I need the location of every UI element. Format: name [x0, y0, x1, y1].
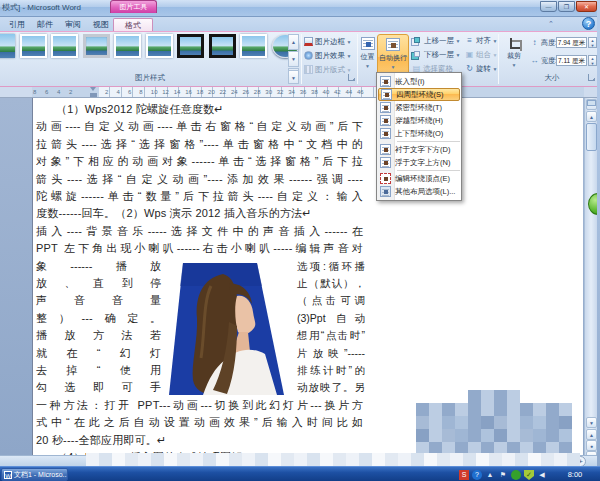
mosaic-tile: [567, 453, 580, 466]
wrap-menu-item-7[interactable]: 浮于文字上方(N): [378, 156, 460, 169]
tray-flag-icon[interactable]: ⚑: [498, 470, 508, 480]
doc-line-left: 就在“幻灯: [36, 347, 161, 360]
button-picture-effects[interactable]: 图片效果 ▼: [304, 49, 356, 62]
tray-s-icon[interactable]: S: [459, 470, 469, 480]
mosaic-tile: [455, 416, 468, 429]
scroll-down-icon[interactable]: ▼: [586, 417, 597, 428]
wrap-style-icon: [380, 173, 391, 184]
bring-forward-icon: [414, 37, 420, 43]
mini-button-4[interactable]: ≡对齐 ▼: [465, 35, 497, 47]
wrap-menu-item-1[interactable]: 嵌入型(I): [378, 75, 460, 88]
wrap-style-icon: [380, 144, 391, 155]
height-field[interactable]: 7.94 厘米: [556, 37, 587, 48]
mosaic-tile: [138, 453, 151, 466]
width-stepper[interactable]: ▲▼: [588, 55, 597, 66]
ruler-number: 16: [185, 88, 192, 97]
picture-style-thumbnail[interactable]: [114, 34, 141, 58]
tray-shield-icon[interactable]: ✓: [524, 470, 534, 480]
collapse-caret-icon[interactable]: ⌃: [545, 18, 557, 29]
picture-style-thumbnail[interactable]: [177, 34, 204, 58]
tab-2[interactable]: 邮件: [32, 18, 58, 31]
doc-line-left: 勾选即可手: [36, 381, 161, 394]
wrap-menu-item-3[interactable]: 紧密型环绕(T): [378, 101, 460, 114]
ruler-number: 32: [277, 88, 284, 97]
mosaic-tile: [242, 453, 255, 466]
mosaic-tile: [481, 429, 494, 442]
close-button[interactable]: ✕: [576, 1, 597, 12]
mosaic-tile: [520, 429, 533, 442]
wrap-menu-item-6[interactable]: 衬于文字下方(D): [378, 143, 460, 156]
mosaic-tile: [546, 416, 559, 429]
button-picture-border[interactable]: 图片边框 ▼: [304, 35, 356, 48]
tray-chevron-icon[interactable]: ▲: [485, 470, 495, 480]
wrap-menu-item-2[interactable]: 四周型环绕(S): [378, 88, 460, 101]
size-dialog-launcher[interactable]: [588, 74, 595, 81]
tray-green-dot-icon[interactable]: [511, 470, 521, 480]
tray-help-icon[interactable]: ?: [472, 470, 482, 480]
mini-button-2[interactable]: 下移一层 ▼: [412, 49, 460, 61]
picture-style-thumbnail[interactable]: [209, 34, 236, 58]
help-icon[interactable]: ?: [582, 17, 595, 30]
height-stepper[interactable]: ▲▼: [588, 37, 597, 48]
width-field[interactable]: 7.11 厘米: [556, 55, 587, 66]
wrap-menu-item-9[interactable]: 其他布局选项(L)...: [378, 185, 460, 198]
scrollbar-thumb[interactable]: [586, 123, 597, 151]
mosaic-tile: [112, 453, 125, 466]
gallery-more-icon[interactable]: ▼: [288, 68, 299, 84]
mosaic-tile: [468, 390, 481, 403]
wrap-style-icon: [380, 157, 391, 168]
picture-layout-icon: [304, 65, 313, 74]
ruler-number: 36: [300, 88, 307, 97]
mosaic-tile: [481, 403, 494, 416]
gallery-up-icon[interactable]: ▲: [288, 34, 299, 50]
mini-button-1[interactable]: 上移一层 ▼: [412, 35, 460, 47]
mosaic-tile: [502, 453, 515, 466]
picture-style-thumbnail[interactable]: [240, 34, 267, 58]
ruler-toggle-button[interactable]: [586, 99, 597, 110]
wrap-menu-item-4[interactable]: 穿越型环绕(H): [378, 114, 460, 127]
tab-4[interactable]: 视图: [88, 18, 114, 31]
ruler-number: 42: [334, 88, 341, 97]
taskbar-word-button[interactable]: W文档1 - Microso...: [1, 468, 68, 481]
picture-style-thumbnail[interactable]: [51, 34, 78, 58]
mini-button-6[interactable]: ↻旋转 ▼: [465, 63, 497, 75]
mosaic-tile: [372, 453, 385, 466]
doc-line-right: （点击可调: [297, 294, 365, 307]
doc-line-left: 播放方法若: [36, 329, 161, 342]
mosaic-tile: [468, 416, 481, 429]
tab-3[interactable]: 审阅: [60, 18, 86, 31]
picture-style-thumbnail[interactable]: [0, 34, 15, 58]
wrap-menu-item-5[interactable]: 上下型环绕(O): [378, 127, 460, 140]
ruler-number: 28: [254, 88, 261, 97]
taskbar-clock[interactable]: 8:00: [556, 467, 594, 481]
mosaic-tile: [507, 403, 520, 416]
previous-page-icon[interactable]: ▲: [586, 429, 597, 440]
wrap-style-icon: [380, 115, 391, 126]
tab-1[interactable]: 引用: [4, 18, 30, 31]
picture-style-thumbnail[interactable]: [146, 34, 173, 58]
minimize-button[interactable]: —: [540, 1, 557, 12]
tray-speaker-icon[interactable]: ◀: [537, 470, 547, 480]
select-browse-object-icon[interactable]: ●: [586, 440, 597, 451]
gallery-down-icon[interactable]: ▼: [288, 51, 299, 67]
indent-marker[interactable]: [90, 87, 97, 97]
screen: 模式] - Microsoft Word 图片工具 — ❐ ✕ 引用邮件审阅视图…: [0, 0, 600, 481]
doc-line-right: 动放映了。另: [297, 381, 365, 394]
document-photo[interactable]: [167, 262, 286, 396]
position-button[interactable]: 位置 ▼: [359, 34, 376, 84]
mini-button-5: ▣组合 ▼: [465, 49, 497, 61]
mosaic-tile: [416, 429, 429, 442]
picture-style-thumbnail[interactable]: [83, 34, 110, 58]
scroll-up-icon[interactable]: ▲: [586, 111, 597, 122]
picture-style-thumbnail[interactable]: [20, 34, 47, 58]
mosaic-tile: [164, 453, 177, 466]
wrap-menu-item-8[interactable]: 编辑环绕顶点(E): [378, 172, 460, 185]
tab-5[interactable]: 格式: [113, 18, 153, 31]
chevron-down-icon: ▼: [378, 64, 408, 70]
mosaic-tile: [546, 429, 559, 442]
vertical-scrollbar[interactable]: ▲ ▼ ▲ ● ▼: [584, 98, 597, 455]
horizontal-ruler[interactable]: 8642246810121416182022242628303234363840…: [0, 87, 600, 98]
maximize-button[interactable]: ❐: [558, 1, 575, 12]
ruler-number: 34: [288, 88, 295, 97]
picture-styles-dialog-launcher[interactable]: [348, 74, 355, 81]
